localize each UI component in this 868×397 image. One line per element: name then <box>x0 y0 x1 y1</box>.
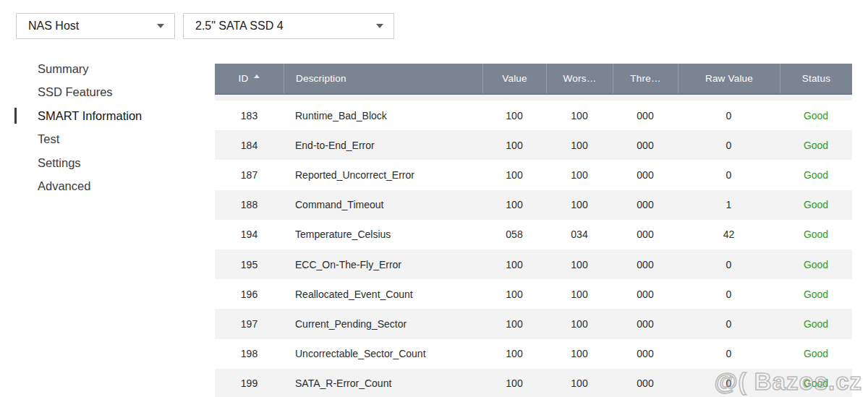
table-row: 184End-to-End_Error1001000000Good <box>215 130 852 160</box>
cell-threshold: 000 <box>613 190 678 220</box>
cell-description: ECC_On-The-Fly_Error <box>284 249 482 279</box>
cell-id: 198 <box>215 339 284 369</box>
column-header-label: Thre… <box>630 73 660 84</box>
cell-id: 194 <box>215 220 284 249</box>
cell-id: 184 <box>215 130 284 160</box>
cell-status: Good <box>780 339 852 369</box>
cell-description: Command_Timeout <box>284 190 482 220</box>
sidebar-nav: Summary SSD Features SMART Information T… <box>38 57 204 198</box>
table-row: 196Reallocated_Event_Count1001000000Good <box>215 279 852 309</box>
table-header-row: IDDescriptionValueWors…Thre…Raw ValueSta… <box>215 64 852 95</box>
cell-threshold: 000 <box>613 309 678 338</box>
cell-raw: 0 <box>678 339 780 369</box>
disk-select[interactable]: 2.5" SATA SSD 4 <box>183 13 394 39</box>
cell-value: 100 <box>482 101 546 130</box>
sidebar-item-label: Settings <box>38 156 81 170</box>
cell-value: 100 <box>482 160 546 189</box>
cell-threshold: 000 <box>613 101 678 130</box>
cell-id: 195 <box>215 249 284 279</box>
cell-value: 100 <box>482 249 546 279</box>
cell-id: 188 <box>215 190 284 220</box>
cell-id: 183 <box>215 101 284 130</box>
host-select-value: NAS Host <box>28 20 157 33</box>
table-row: 195ECC_On-The-Fly_Error1001000000Good <box>215 249 852 279</box>
cell-threshold: 000 <box>613 160 678 189</box>
sidebar-item-summary[interactable]: Summary <box>38 57 204 81</box>
cell-worst: 100 <box>546 309 613 338</box>
cell-description: Current_Pending_Sector <box>284 309 482 338</box>
cell-raw: 0 <box>678 101 780 130</box>
cell-description: Reallocated_Event_Count <box>284 279 482 309</box>
disk-select-value: 2.5" SATA SSD 4 <box>195 20 376 33</box>
table-row: 194Temperature_Celsius05803400042Good <box>215 220 852 249</box>
cell-value: 100 <box>482 309 546 338</box>
column-header-label: Raw Value <box>705 73 753 84</box>
cell-worst: 100 <box>546 101 613 130</box>
column-header-label: Description <box>296 73 346 84</box>
column-header-value[interactable]: Value <box>482 64 546 93</box>
cell-worst: 100 <box>546 130 613 160</box>
cell-value: 100 <box>482 190 546 220</box>
table-row: 199SATA_R-Error_Count1001000000Good <box>215 369 852 397</box>
cell-worst: 100 <box>546 369 613 397</box>
cell-worst: 034 <box>546 220 613 249</box>
column-header-raw[interactable]: Raw Value <box>678 64 780 93</box>
cell-worst: 100 <box>546 249 613 279</box>
sidebar-item-label: SSD Features <box>38 85 113 99</box>
cell-status: Good <box>780 249 852 279</box>
cell-worst: 100 <box>546 190 613 220</box>
cell-status: Good <box>780 130 852 160</box>
cell-worst: 100 <box>546 339 613 369</box>
table-body: 183Runtime_Bad_Block1001000000Good184End… <box>215 101 852 397</box>
cell-threshold: 000 <box>613 130 678 160</box>
column-header-status[interactable]: Status <box>780 64 852 93</box>
cell-status: Good <box>780 220 852 249</box>
toolbar: NAS Host 2.5" SATA SSD 4 <box>16 13 394 39</box>
cell-raw: 1 <box>678 190 780 220</box>
table-row: 183Runtime_Bad_Block1001000000Good <box>215 101 852 130</box>
cell-description: SATA_R-Error_Count <box>284 369 482 397</box>
cell-raw: 0 <box>678 160 780 189</box>
table-row: 188Command_Timeout1001000001Good <box>215 190 852 220</box>
column-header-label: Wors… <box>563 73 597 84</box>
cell-threshold: 000 <box>613 339 678 369</box>
cell-status: Good <box>780 279 852 309</box>
sidebar-item-label: Summary <box>38 62 89 76</box>
sidebar-item-ssd-features[interactable]: SSD Features <box>38 81 204 105</box>
sidebar-item-settings[interactable]: Settings <box>38 151 204 175</box>
cell-status: Good <box>780 190 852 220</box>
cell-raw: 0 <box>678 309 780 338</box>
cell-raw: 0 <box>678 279 780 309</box>
host-select[interactable]: NAS Host <box>16 13 175 39</box>
cell-status: Good <box>780 160 852 189</box>
cell-status: Good <box>780 309 852 338</box>
column-header-label: Value <box>502 73 527 84</box>
cell-raw: 0 <box>678 249 780 279</box>
cell-id: 196 <box>215 279 284 309</box>
cell-description: Reported_Uncorrect_Error <box>284 160 482 189</box>
cell-raw: 0 <box>678 130 780 160</box>
cell-description: End-to-End_Error <box>284 130 482 160</box>
sort-ascending-icon <box>254 74 260 78</box>
cell-description: Temperature_Celsius <box>284 220 482 249</box>
cell-id: 187 <box>215 160 284 189</box>
sidebar-item-label: SMART Information <box>38 109 142 123</box>
column-header-description[interactable]: Description <box>284 64 482 93</box>
cell-description: Runtime_Bad_Block <box>284 101 482 130</box>
chevron-down-icon <box>376 24 383 28</box>
column-header-id[interactable]: ID <box>215 64 284 93</box>
cell-threshold: 000 <box>613 249 678 279</box>
chevron-down-icon <box>157 24 164 28</box>
cell-worst: 100 <box>546 279 613 309</box>
sidebar-item-smart-information[interactable]: SMART Information <box>38 104 204 128</box>
cell-value: 100 <box>482 279 546 309</box>
cell-status: Good <box>780 101 852 130</box>
sidebar-item-label: Test <box>38 132 59 146</box>
column-header-worst[interactable]: Wors… <box>546 64 613 93</box>
column-header-label: Status <box>802 73 830 84</box>
cell-id: 199 <box>215 369 284 397</box>
column-header-threshold[interactable]: Thre… <box>613 64 678 93</box>
sidebar-item-advanced[interactable]: Advanced <box>38 175 204 199</box>
sidebar-item-test[interactable]: Test <box>38 128 204 152</box>
cell-description: Uncorrectable_Sector_Count <box>284 339 482 369</box>
